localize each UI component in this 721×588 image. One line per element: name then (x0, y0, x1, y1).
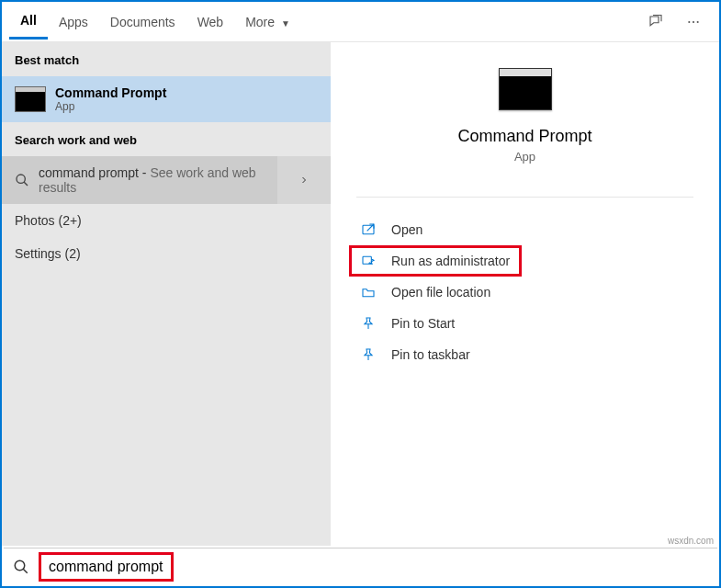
action-open-location-label: Open file location (391, 285, 490, 300)
expand-button[interactable] (277, 156, 331, 204)
action-pin-start[interactable]: Pin to Start (349, 308, 701, 339)
action-open[interactable]: Open (349, 214, 701, 245)
folder-icon (358, 285, 378, 300)
svg-point-10 (15, 560, 25, 571)
actions-list: Open Run as administrator Open file loca… (331, 214, 719, 370)
action-open-location[interactable]: Open file location (349, 277, 701, 308)
tab-more[interactable]: More ▼ (234, 6, 301, 39)
web-search-item[interactable]: command prompt - See work and web result… (2, 156, 277, 204)
results-panel: Best match Command Prompt App Search wor… (2, 42, 331, 546)
web-item-title: command prompt - See work and web result… (39, 165, 265, 195)
open-icon (358, 222, 378, 237)
preview-subtitle: App (331, 150, 719, 164)
chevron-right-icon (299, 175, 310, 186)
tab-documents[interactable]: Documents (99, 6, 186, 39)
tab-web[interactable]: Web (186, 6, 235, 39)
settings-category[interactable]: Settings (2) (2, 237, 331, 270)
best-match-header: Best match (2, 42, 331, 76)
command-prompt-icon (15, 86, 46, 112)
pin-icon (358, 347, 378, 362)
svg-line-11 (23, 569, 28, 573)
best-match-subtitle: App (55, 100, 166, 113)
preview-panel: Command Prompt App Open Run as administr… (331, 42, 719, 546)
main-content: Best match Command Prompt App Search wor… (2, 42, 719, 546)
tab-apps[interactable]: Apps (48, 6, 99, 39)
preview-title: Command Prompt (331, 127, 719, 146)
divider (356, 197, 693, 198)
chevron-down-icon: ▼ (281, 18, 290, 28)
svg-point-1 (693, 20, 694, 22)
search-input[interactable]: command prompt (39, 552, 174, 582)
best-match-title: Command Prompt (55, 85, 166, 100)
best-match-item[interactable]: Command Prompt App (2, 76, 331, 122)
svg-point-3 (17, 175, 25, 183)
svg-point-2 (697, 20, 699, 22)
search-bar[interactable]: command prompt (4, 548, 717, 584)
preview-app-icon (499, 68, 552, 110)
tab-all[interactable]: All (9, 4, 48, 40)
pin-icon (358, 316, 378, 331)
action-run-admin-label: Run as administrator (391, 254, 510, 268)
work-web-header: Search work and web (2, 122, 331, 156)
action-pin-taskbar-label: Pin to taskbar (391, 347, 470, 362)
feedback-icon[interactable] (637, 6, 675, 38)
action-run-admin[interactable]: Run as administrator (349, 245, 522, 277)
watermark: wsxdn.com (668, 536, 714, 546)
tab-more-label: More (245, 15, 275, 29)
svg-line-4 (24, 182, 28, 186)
more-options-icon[interactable] (675, 7, 712, 37)
web-result-row: command prompt - See work and web result… (2, 156, 331, 204)
photos-category[interactable]: Photos (2+) (2, 204, 331, 237)
action-pin-taskbar[interactable]: Pin to taskbar (349, 339, 701, 370)
preview-header: Command Prompt App (331, 42, 719, 180)
svg-point-0 (688, 20, 690, 22)
action-open-label: Open (391, 222, 422, 237)
shield-admin-icon (358, 254, 378, 268)
search-icon (13, 559, 29, 575)
search-icon (15, 173, 29, 187)
action-pin-start-label: Pin to Start (391, 316, 455, 331)
filter-tabs: All Apps Documents Web More ▼ (2, 2, 719, 42)
